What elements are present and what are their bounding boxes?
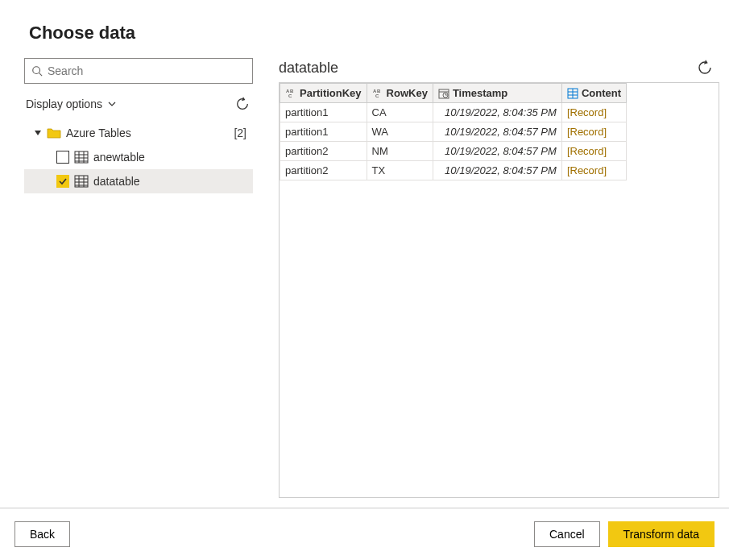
datetime-type-icon <box>438 88 449 99</box>
table-row[interactable]: partition2 TX 10/19/2022, 8:04:57 PM [Re… <box>280 161 627 180</box>
record-link[interactable]: [Record] <box>567 106 607 118</box>
tree-item-datatable[interactable]: datatable <box>24 169 253 193</box>
column-label: Content <box>582 87 621 99</box>
column-label: PartitionKey <box>300 87 362 99</box>
cell: partition1 <box>280 122 367 142</box>
table-icon <box>74 151 89 164</box>
cell: CA <box>367 103 433 122</box>
footer: Back Cancel Transform data <box>0 508 729 560</box>
folder-icon <box>47 127 61 139</box>
preview-table: ABC PartitionKey ABC RowKey <box>280 83 627 180</box>
tree-folder[interactable]: Azure Tables [2] <box>24 121 253 145</box>
chevron-down-icon <box>107 99 117 109</box>
text-type-icon: ABC <box>372 88 383 99</box>
svg-line-1 <box>39 73 43 77</box>
cell: partition2 <box>280 161 367 180</box>
transform-data-button[interactable]: Transform data <box>608 521 715 547</box>
search-icon <box>31 65 43 77</box>
tree-item-label: anewtable <box>93 151 145 164</box>
search-box[interactable] <box>24 58 253 84</box>
preview-pane: datatable ABC PartitionKey <box>279 58 719 498</box>
cell: 10/19/2022, 8:04:35 PM <box>433 103 561 122</box>
record-type-icon <box>567 88 578 99</box>
caret-down-icon <box>34 129 42 137</box>
svg-text:C: C <box>375 93 379 98</box>
column-label: RowKey <box>387 87 428 99</box>
column-label: Timestamp <box>453 87 507 99</box>
page-title: Choose data <box>29 23 700 44</box>
cell: NM <box>367 142 433 161</box>
column-header-rowkey[interactable]: ABC RowKey <box>367 84 433 103</box>
table-row[interactable]: partition2 NM 10/19/2022, 8:04:57 PM [Re… <box>280 142 627 161</box>
navigator-pane: Display options Azure Tables [2] <box>24 58 253 498</box>
cell: 10/19/2022, 8:04:57 PM <box>433 122 561 142</box>
tree-folder-label: Azure Tables <box>66 127 131 139</box>
refresh-preview-button[interactable] <box>695 58 715 77</box>
display-options-button[interactable]: Display options <box>26 97 117 110</box>
table-row[interactable]: partition1 WA 10/19/2022, 8:04:57 PM [Re… <box>280 122 627 142</box>
record-link[interactable]: [Record] <box>567 126 607 138</box>
cell: WA <box>367 122 433 142</box>
column-header-timestamp[interactable]: Timestamp <box>433 84 561 103</box>
record-link[interactable]: [Record] <box>567 164 607 176</box>
checkbox[interactable] <box>56 151 69 164</box>
column-header-content[interactable]: Content <box>561 84 626 103</box>
refresh-tree-button[interactable] <box>234 95 251 113</box>
table-icon <box>74 175 89 188</box>
cell: partition2 <box>280 142 367 161</box>
tree-item-anewtable[interactable]: anewtable <box>24 145 253 169</box>
tree-item-label: datatable <box>93 175 140 188</box>
cancel-button[interactable]: Cancel <box>534 521 600 547</box>
preview-title: datatable <box>279 60 338 77</box>
table-row[interactable]: partition1 CA 10/19/2022, 8:04:35 PM [Re… <box>280 103 627 122</box>
cell: 10/19/2022, 8:04:57 PM <box>433 161 561 180</box>
display-options-label: Display options <box>26 97 102 110</box>
back-button[interactable]: Back <box>14 521 70 547</box>
text-type-icon: ABC <box>285 88 296 99</box>
record-link[interactable]: [Record] <box>567 145 607 157</box>
column-header-partitionkey[interactable]: ABC PartitionKey <box>280 84 367 103</box>
svg-text:C: C <box>288 93 292 98</box>
cell: partition1 <box>280 103 367 122</box>
cell: 10/19/2022, 8:04:57 PM <box>433 142 561 161</box>
checkbox-checked[interactable] <box>56 175 69 188</box>
svg-point-0 <box>33 67 40 74</box>
search-input[interactable] <box>48 64 246 77</box>
tree-folder-count: [2] <box>234 127 246 139</box>
cell: TX <box>367 161 433 180</box>
